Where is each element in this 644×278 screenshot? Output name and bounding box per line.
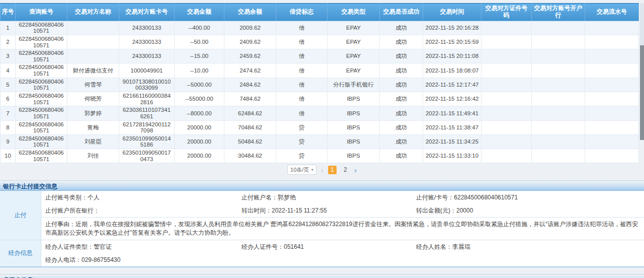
cell	[585, 149, 639, 163]
cell	[532, 49, 585, 63]
cell: 成功	[380, 78, 423, 92]
stop-payment-panel: 止付 止付账号类别：个人止付账户名：郭梦艳止付账/卡号：622845006804…	[0, 191, 644, 267]
transaction-row: 26228450068040610571243300133--50.002409…	[1, 35, 639, 49]
page-button-1[interactable]: 1	[328, 166, 337, 174]
transaction-row: 36228450068040610571243300133--15.002459…	[1, 49, 639, 63]
cell	[585, 92, 639, 106]
cell: 20000.00	[175, 120, 224, 134]
field: 止付账户名：郭梦艳	[242, 191, 416, 204]
field: 止付账/卡号：6228450068040610571	[416, 191, 644, 204]
cell	[585, 134, 639, 149]
cell	[532, 35, 585, 49]
cell: 2022-11-15 12:17:47	[423, 78, 481, 92]
cell: --10.00	[175, 63, 224, 78]
tx-column-header: 交易对方账卡号	[119, 4, 175, 21]
cell: 243300133	[119, 21, 175, 35]
tx-column-header: 交易是否成功	[380, 4, 423, 21]
page-size-label: 10条/页	[290, 166, 309, 174]
tx-column-header: 交易时间	[423, 4, 481, 21]
page-button-2[interactable]: 2	[341, 166, 350, 174]
cell: 何雪琴	[67, 78, 119, 92]
cell	[532, 63, 585, 78]
cell: 6216611600003842816	[119, 92, 175, 106]
cell: 20000.00	[175, 149, 224, 163]
cell: EPAY	[328, 35, 380, 49]
cell: 成功	[380, 92, 423, 106]
cell: 2022-11-15 18:08:07	[423, 63, 481, 78]
cell: 借	[276, 49, 328, 63]
cell	[585, 35, 639, 49]
tx-column-header: 查询账号	[16, 4, 67, 21]
tx-column-header: 序号	[1, 4, 16, 21]
cell: 成功	[380, 49, 423, 63]
cell	[481, 134, 532, 149]
next-page-button[interactable]: ›	[354, 166, 357, 174]
cell: 分行版手机银行	[328, 78, 380, 92]
cell	[532, 78, 585, 92]
cell	[481, 49, 532, 63]
cell: 6228450068040610571	[16, 49, 67, 63]
vertical-scrollbar[interactable]	[640, 3, 644, 140]
cell: 成功	[380, 35, 423, 49]
transactions-table: 序号查询账号交易对方名称交易对方账卡号交易金额交易余额借贷标志交易类型交易是否成…	[0, 3, 639, 163]
cell	[532, 149, 585, 163]
cell	[532, 134, 585, 149]
transaction-row: 96228450068040610571刘星臣62350109905001451…	[1, 134, 639, 149]
page-size-select[interactable]: 10条/页 ▾	[287, 165, 316, 175]
cell	[532, 21, 585, 35]
field: 止付账户所在银行：	[41, 204, 242, 217]
tx-column-header: 交易类型	[328, 4, 380, 21]
cell: 2484.62	[224, 78, 276, 92]
cell: 30484.62	[224, 149, 276, 163]
cell: 2022-11-15 11:49:41	[423, 106, 481, 120]
cell: 6235010990500145186	[119, 134, 175, 149]
tx-column-header: 交易对方账号开户行	[532, 4, 585, 21]
cell: 6228450068040610571	[16, 106, 67, 120]
cell: 何晓芳	[67, 92, 119, 106]
stop-payment-group: 止付 止付账号类别：个人止付账户名：郭梦艳止付账/卡号：622845006804…	[0, 191, 644, 240]
cell: 10	[1, 149, 16, 163]
cell: --15.00	[175, 49, 224, 63]
cell	[481, 106, 532, 120]
cell: 8	[1, 120, 16, 134]
chevron-down-icon: ▾	[311, 167, 313, 172]
stop-payment-section-header: 银行卡止付提交信息	[0, 180, 644, 191]
field: 经办人证件号：051641	[242, 240, 416, 253]
cell	[481, 78, 532, 92]
tx-column-header: 交易对方名称	[67, 4, 119, 21]
prev-page-button[interactable]: ‹	[321, 166, 324, 174]
transaction-row: 86228450068040610571黄梅621728194200112709…	[1, 120, 639, 134]
cell: EPAY	[328, 63, 380, 78]
cell	[481, 149, 532, 163]
cell: 2009.62	[224, 21, 276, 35]
cell: 黄梅	[67, 120, 119, 134]
field: 经办人姓名：李晨琨	[416, 240, 644, 253]
field: 止付账号类别：个人	[41, 191, 242, 204]
cell: 2474.62	[224, 63, 276, 78]
cell	[585, 49, 639, 63]
cell	[481, 92, 532, 106]
field-row: 止付账户所在银行：转出时间：2022-11-15 11:27:55转出金额(元)…	[41, 204, 644, 217]
cell: --50.00	[175, 35, 224, 49]
handler-info-fields: 经办人证件类型：警官证经办人证件号：051641经办人姓名：李晨琨经办人电话：0…	[41, 240, 644, 266]
cell: 6228450068040610571	[16, 63, 67, 78]
cell: 成功	[380, 106, 423, 120]
cell: 借	[276, 78, 328, 92]
stop-reason-text: 止付事由：近期，我单位在接报刘妮被骗警情中，发现涉案人员利用贵单位相关账户 曹鸿…	[41, 217, 644, 239]
cell: 成功	[380, 134, 423, 149]
scrollbar-thumb[interactable]	[640, 45, 644, 140]
cell: 刘佳	[67, 149, 119, 163]
field-row: 经办人证件类型：警官证经办人证件号：051641经办人姓名：李晨琨	[41, 240, 644, 253]
cell	[585, 78, 639, 92]
field-row: 止付账号类别：个人止付账户名：郭梦艳止付账/卡号：622845006804061…	[41, 191, 644, 204]
transaction-row: 16228450068040610571243300133--400.00200…	[1, 21, 639, 35]
stop-payment-fields: 止付账号类别：个人止付账户名：郭梦艳止付账/卡号：622845006804061…	[41, 191, 644, 239]
cell	[585, 106, 639, 120]
field: 经办人电话：029-86755430	[41, 253, 242, 266]
tx-column-header: 交易余额	[224, 4, 276, 21]
cell: --5000.00	[175, 78, 224, 92]
transaction-row: 76228450068040610571郭梦婷62303611010734162…	[1, 106, 639, 120]
transaction-row: 106228450068040610571刘佳62350109905001704…	[1, 149, 639, 163]
section-title: 银行卡止付提交信息	[3, 183, 57, 190]
cell: 6228450068040610571	[16, 134, 67, 149]
